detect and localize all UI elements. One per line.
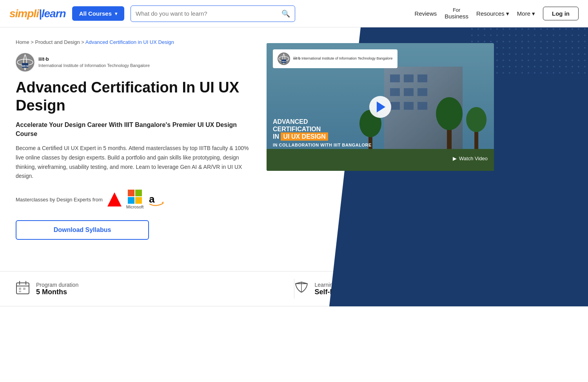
video-title-line3: IN UI UX DESIGN <box>273 133 372 140</box>
nav-more[interactable]: More ▾ <box>517 10 535 17</box>
institute-logo: iiit·b iiit·b International Institute of… <box>16 53 251 72</box>
logo-simpli: simpli <box>9 7 39 20</box>
video-subtitle: IN COLLABORATION WITH IIIT BANGALORE <box>273 143 372 147</box>
logo-learn: |learn <box>39 7 66 20</box>
svg-text:iiit·b: iiit·b <box>22 64 29 68</box>
video-logo-text: iiit·b International Institute of Inform… <box>293 56 393 61</box>
video-logo-icon: iiit·b <box>278 53 290 65</box>
download-syllabus-button[interactable]: Download Syllabus <box>16 220 149 240</box>
chevron-down-icon: ▾ <box>115 11 117 16</box>
play-button[interactable] <box>369 96 391 118</box>
svg-text:a: a <box>149 193 155 205</box>
play-icon: ▶ <box>453 156 457 161</box>
breadcrumb-home[interactable]: Home <box>16 39 29 45</box>
video-container[interactable]: iiit·b iiit·b International Institute of… <box>267 43 494 171</box>
calendar-icon <box>16 281 30 297</box>
breadcrumb-current: Advanced Certification in UI UX Design <box>85 39 174 45</box>
svg-rect-41 <box>19 291 21 292</box>
hero-description: Become a Certified UI UX Expert in 5 mon… <box>16 144 251 181</box>
book-icon <box>294 281 309 297</box>
video-title-line2: CERTIFICATION <box>273 125 372 133</box>
hero-left: Home > Product and Design > Advanced Cer… <box>16 39 251 255</box>
nav-for-business[interactable]: For Business <box>445 7 468 20</box>
hero-section: Home > Product and Design > Advanced Cer… <box>0 27 588 306</box>
hero-title: Advanced Certification In UI UX Design <box>16 79 251 114</box>
navbar: simpli|learn All Courses ▾ 🔍 Reviews For… <box>0 0 588 27</box>
blue-bottom-right-decoration <box>431 267 588 306</box>
search-input[interactable] <box>136 10 281 17</box>
masterclass-row: Masterclasses by Design Experts from <box>16 190 251 209</box>
chevron-down-icon: ▾ <box>532 10 535 17</box>
stat-duration-text: Program duration 5 Months <box>36 282 78 296</box>
svg-rect-40 <box>23 288 25 290</box>
microsoft-logo: Microsoft <box>126 190 144 209</box>
all-courses-button[interactable]: All Courses ▾ <box>72 6 124 21</box>
institute-name: iiit·b International Institute of Inform… <box>38 56 150 69</box>
watch-video-label[interactable]: ▶ Watch Video <box>453 156 488 161</box>
all-courses-label: All Courses <box>79 10 112 17</box>
svg-rect-39 <box>19 288 21 290</box>
hero-right: iiit·b iiit·b International Institute of… <box>267 39 533 255</box>
search-icon[interactable]: 🔍 <box>281 9 290 18</box>
svg-rect-35 <box>16 283 29 294</box>
stat-duration: Program duration 5 Months <box>16 273 294 305</box>
nav-links: Reviews For Business Resources ▾ More ▾ … <box>415 7 579 20</box>
video-text-overlay: ADVANCED CERTIFICATION IN UI UX DESIGN I… <box>273 118 372 148</box>
hero-subtitle: Accelerate Your Design Career With IIIT … <box>16 121 251 138</box>
adobe-icon <box>107 192 122 206</box>
search-bar: 🔍 <box>131 5 295 22</box>
breadcrumb: Home > Product and Design > Advanced Cer… <box>16 39 251 45</box>
masterclass-label: Masterclasses by Design Experts from <box>16 197 103 203</box>
svg-text:iiit·b: iiit·b <box>282 60 286 63</box>
breadcrumb-section[interactable]: Product and Design <box>35 39 80 45</box>
chevron-down-icon: ▾ <box>506 10 509 17</box>
institute-logo-icon: iiit·b <box>16 53 34 72</box>
nav-reviews[interactable]: Reviews <box>415 10 437 17</box>
stat-duration-value: 5 Months <box>36 288 78 296</box>
amazon-icon: a <box>148 192 168 206</box>
video-thumbnail: iiit·b iiit·b International Institute of… <box>267 43 494 171</box>
logo[interactable]: simpli|learn <box>9 7 66 20</box>
video-title-line1: ADVANCED <box>273 118 372 125</box>
stat-duration-label: Program duration <box>36 282 78 288</box>
nav-resources[interactable]: Resources ▾ <box>476 10 509 17</box>
svg-point-2 <box>16 54 34 71</box>
login-button[interactable]: Log in <box>543 7 579 20</box>
hero-inner: Home > Product and Design > Advanced Cer… <box>0 27 549 255</box>
video-iiitb-logo: iiit·b iiit·b International Institute of… <box>273 49 397 68</box>
